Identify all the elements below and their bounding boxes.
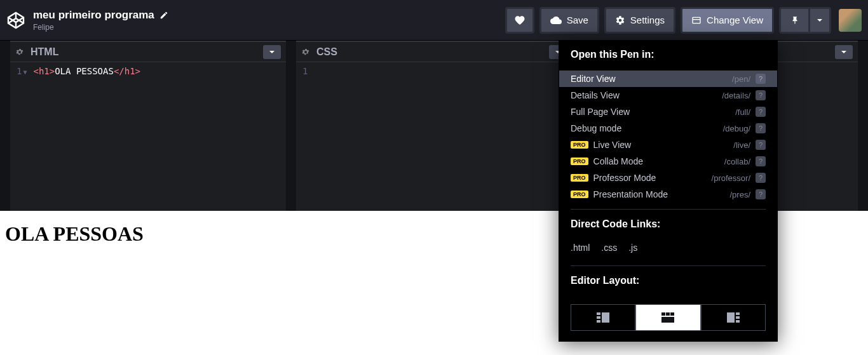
- view-option-label: Presentation Mode: [593, 189, 668, 199]
- view-option[interactable]: PROCollab Mode/collab/?: [559, 153, 777, 170]
- help-icon[interactable]: ?: [756, 156, 766, 166]
- header-buttons: Save Settings Change View: [505, 7, 862, 34]
- code-link[interactable]: .html: [571, 243, 590, 253]
- pro-badge: PRO: [571, 174, 588, 182]
- help-icon[interactable]: ?: [756, 107, 766, 117]
- html-code-area[interactable]: 1▼ <h1>OLA PESSOAS</h1>: [10, 62, 286, 211]
- gear-icon[interactable]: [301, 48, 310, 57]
- cloud-icon: [550, 15, 562, 26]
- settings-button[interactable]: Settings: [604, 7, 675, 34]
- change-view-label: Change View: [707, 15, 763, 25]
- svg-rect-16: [736, 320, 740, 323]
- svg-rect-3: [693, 17, 700, 23]
- help-icon[interactable]: ?: [756, 173, 766, 183]
- view-icon: [691, 15, 702, 25]
- view-option[interactable]: PROLive View/live/?: [559, 137, 777, 153]
- pin-dropdown-button[interactable]: [808, 7, 831, 34]
- html-panel-header: HTML: [10, 41, 286, 62]
- layout-options: [559, 304, 777, 331]
- svg-rect-12: [661, 317, 674, 323]
- view-option-label: Live View: [593, 140, 632, 150]
- help-icon[interactable]: ?: [756, 140, 766, 150]
- chevron-down-icon: [841, 49, 847, 55]
- view-option[interactable]: PROPresentation Mode/pres/?: [559, 186, 777, 203]
- avatar[interactable]: [839, 9, 862, 32]
- html-collapse-button[interactable]: [263, 45, 281, 59]
- pro-badge: PRO: [571, 191, 588, 198]
- pro-badge: PRO: [571, 157, 588, 165]
- pin-button[interactable]: [779, 7, 808, 34]
- view-option-path: /full/: [735, 107, 750, 117]
- divider: [571, 265, 766, 266]
- svg-rect-5: [597, 312, 600, 315]
- help-icon[interactable]: ?: [756, 90, 766, 100]
- layout-top-button[interactable]: [635, 304, 700, 331]
- pin-icon: [790, 16, 799, 25]
- svg-rect-13: [727, 312, 735, 323]
- view-option-path: /pres/: [729, 190, 750, 199]
- pro-badge: PRO: [571, 141, 588, 149]
- change-view-button[interactable]: Change View: [681, 7, 774, 34]
- view-option-path: /details/: [722, 91, 750, 100]
- view-option-label: Full Page View: [571, 107, 630, 117]
- layout-right-button[interactable]: [701, 304, 766, 331]
- pen-title[interactable]: meu primeiro programa: [33, 9, 505, 22]
- help-icon[interactable]: ?: [756, 74, 766, 84]
- html-panel: HTML 1▼ <h1>OLA PESSOAS</h1>: [10, 41, 286, 211]
- layout-right-icon: [727, 312, 740, 323]
- open-pen-heading: Open this Pen in:: [571, 49, 766, 60]
- view-option[interactable]: Editor View/pen/?: [559, 70, 777, 87]
- js-collapse-button[interactable]: [835, 45, 853, 59]
- line-number: 1: [302, 66, 308, 207]
- view-option[interactable]: Debug mode/debug/?: [559, 120, 777, 137]
- css-panel-header: CSS: [296, 41, 572, 62]
- code-link[interactable]: .js: [628, 243, 637, 253]
- css-code-area[interactable]: 1: [296, 62, 572, 211]
- top-bar: meu primeiro programa Felipe Save Settin…: [0, 0, 868, 41]
- svg-rect-14: [736, 312, 740, 315]
- pen-title-text: meu primeiro programa: [33, 9, 154, 22]
- svg-rect-9: [661, 312, 665, 316]
- chevron-down-icon: [817, 17, 823, 23]
- code-link[interactable]: .css: [601, 243, 617, 253]
- view-option[interactable]: Details View/details/?: [559, 87, 777, 104]
- codepen-logo[interactable]: [6, 11, 25, 30]
- html-title: HTML: [31, 46, 58, 58]
- edit-icon[interactable]: [159, 11, 168, 20]
- view-option-label: Details View: [571, 90, 620, 100]
- heart-icon: [514, 15, 526, 26]
- view-option-label: Editor View: [571, 74, 616, 84]
- view-option[interactable]: Full Page View/full/?: [559, 104, 777, 120]
- change-view-dropdown: Open this Pen in: Editor View/pen/?Detai…: [559, 41, 778, 342]
- svg-rect-11: [670, 312, 674, 316]
- layout-top-icon: [661, 312, 674, 323]
- author-name[interactable]: Felipe: [33, 23, 505, 32]
- view-option-label: Collab Mode: [593, 156, 644, 166]
- help-icon[interactable]: ?: [756, 189, 766, 199]
- svg-rect-7: [597, 320, 600, 323]
- divider: [571, 209, 766, 210]
- svg-rect-6: [597, 316, 600, 319]
- html-code: <h1>OLA PESSOAS</h1>: [33, 66, 140, 207]
- view-option-label: Debug mode: [571, 123, 621, 133]
- css-panel: CSS 1: [296, 41, 572, 211]
- view-option-path: /debug/: [723, 124, 750, 133]
- chevron-down-icon: [269, 49, 275, 55]
- line-number: 1▼: [17, 66, 27, 207]
- save-label: Save: [567, 15, 588, 25]
- view-option[interactable]: PROProfessor Mode/professor/?: [559, 170, 777, 186]
- pin-button-group: [779, 7, 831, 34]
- view-option-path: /professor/: [712, 173, 750, 183]
- title-area: meu primeiro programa Felipe: [33, 9, 505, 32]
- view-option-label: Professor Mode: [593, 173, 656, 183]
- gear-icon[interactable]: [15, 48, 24, 57]
- layout-left-button[interactable]: [571, 304, 635, 331]
- code-links-row: .html.css.js: [559, 240, 777, 259]
- save-button[interactable]: Save: [539, 7, 599, 34]
- help-icon[interactable]: ?: [756, 123, 766, 133]
- view-option-path: /collab/: [724, 157, 750, 166]
- layout-left-icon: [597, 312, 609, 323]
- love-button[interactable]: [505, 7, 534, 34]
- view-option-path: /pen/: [732, 74, 750, 84]
- svg-rect-8: [602, 312, 609, 323]
